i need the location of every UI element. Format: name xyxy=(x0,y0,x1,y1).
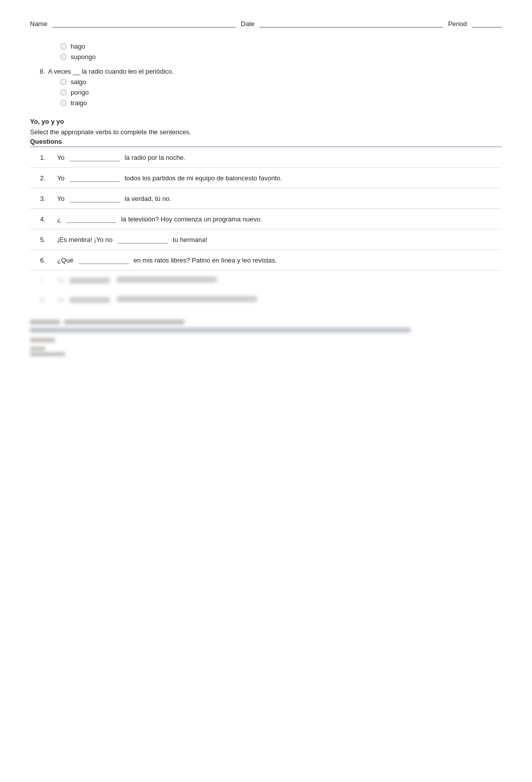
fill-q2-suffix: todos los partidos de mi equipo de balon… xyxy=(125,174,282,182)
radio-supongo[interactable] xyxy=(60,54,67,60)
fill-q4-prefix: ¿ xyxy=(57,215,61,223)
radio-salgo[interactable] xyxy=(60,79,67,85)
fill-question-3: 3. Yo la verdad, tú no. xyxy=(30,188,502,209)
period-underline xyxy=(472,21,502,28)
fill-q6-num: 6. xyxy=(40,256,54,264)
fill-question-7-blurred: 7. Yo xyxy=(30,271,502,290)
option-hago[interactable]: hago xyxy=(60,43,502,50)
option-pongo[interactable]: pongo xyxy=(60,89,502,96)
fill-q3-prefix: Yo xyxy=(57,195,65,202)
fill-q2-num: 2. xyxy=(40,174,54,182)
fill-q3-num: 3. xyxy=(40,195,54,202)
radio-pongo[interactable] xyxy=(60,89,67,96)
option-salgo-label: salgo xyxy=(71,78,86,86)
fill-q4-num: 4. xyxy=(40,215,54,223)
period-label: Period xyxy=(448,20,467,28)
fill-question-5: 5. ¡Es mentira! ¡Yo no tu hermana! xyxy=(30,229,502,250)
option-traigo[interactable]: traigo xyxy=(60,99,502,107)
fill-question-1: 1. Yo la radio por la noche. xyxy=(30,147,502,168)
fill-question-8-blurred: 8. Yo xyxy=(30,290,502,310)
fill-q4-suffix: la televisión? Hoy comienza un programa … xyxy=(121,215,262,223)
fill-q5-num: 5. xyxy=(40,236,54,243)
instruction-text: Select the appropriate verbs to complete… xyxy=(30,128,502,136)
fill-q2-prefix: Yo xyxy=(57,174,65,182)
fill-q5-prefix: ¡Es mentira! ¡Yo no xyxy=(57,236,113,243)
questions-header: Questions xyxy=(30,138,502,145)
fill-q1-prefix: Yo xyxy=(57,154,65,161)
question-8: 8. A veces __ la radio cuando leo el per… xyxy=(30,68,502,107)
date-underline xyxy=(259,21,443,28)
option-hago-label: hago xyxy=(71,43,85,50)
fill-question-4: 4. ¿ la televisión? Hoy comienza un prog… xyxy=(30,209,502,229)
fill-q3-input[interactable] xyxy=(70,194,120,202)
option-salgo[interactable]: salgo xyxy=(60,78,502,86)
section-title: Yo, yo y yo xyxy=(30,118,64,125)
question-8-row: 8. A veces __ la radio cuando leo el per… xyxy=(30,68,502,75)
question-8-text: A veces __ la radio cuando leo el periód… xyxy=(48,68,174,75)
option-pongo-label: pongo xyxy=(71,89,89,96)
fill-q3-suffix: la verdad, tú no. xyxy=(125,195,171,202)
option-supongo-label: supongo xyxy=(71,53,96,61)
question-8-number: 8. xyxy=(30,68,45,75)
fill-question-6: 6. ¿Qué en mis ratos libres? Patino en l… xyxy=(30,250,502,271)
fill-q6-suffix: en mis ratos libres? Patino en línea y l… xyxy=(134,256,277,264)
fill-q6-prefix: ¿Qué xyxy=(57,256,74,264)
fill-q6-input[interactable] xyxy=(79,256,129,264)
fill-question-2: 2. Yo todos los partidos de mi equipo de… xyxy=(30,168,502,188)
fill-q4-input[interactable] xyxy=(66,215,116,223)
option-traigo-label: traigo xyxy=(71,99,87,107)
fill-q2-input[interactable] xyxy=(70,174,120,182)
date-label: Date xyxy=(241,20,254,28)
radio-hago[interactable] xyxy=(60,43,67,50)
worksheet-header: Name Date Period xyxy=(30,20,502,28)
fill-q5-input[interactable] xyxy=(118,235,168,243)
fill-q1-num: 1. xyxy=(40,154,54,161)
option-supongo[interactable]: supongo xyxy=(60,53,502,61)
radio-traigo[interactable] xyxy=(60,100,67,106)
fill-q1-suffix: la radio por la noche. xyxy=(125,154,185,161)
bottom-section xyxy=(30,320,502,356)
name-underline xyxy=(53,21,236,28)
fill-questions-container: 1. Yo la radio por la noche. 2. Yo todos… xyxy=(30,146,502,310)
name-label: Name xyxy=(30,20,48,28)
fill-q5-suffix: tu hermana! xyxy=(173,236,207,243)
fill-q1-input[interactable] xyxy=(70,153,120,161)
